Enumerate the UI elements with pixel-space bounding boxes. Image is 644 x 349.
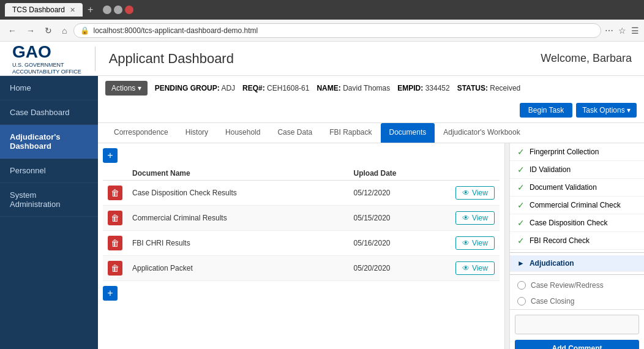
gao-logo: GAO U.S. GOVERNMENT ACCOUNTABILITY OFFIC… <box>12 42 81 75</box>
actions-button[interactable]: Actions ▾ <box>105 81 148 96</box>
add-document-button[interactable]: + <box>103 148 118 163</box>
table-row: 🗑 Case Disposition Check Results 05/12/2… <box>103 181 500 206</box>
view-doc-3-button[interactable]: 👁 View <box>455 236 495 250</box>
sidebar-item-system-admin[interactable]: System Administration <box>0 183 98 217</box>
logo-area: GAO U.S. GOVERNMENT ACCOUNTABILITY OFFIC… <box>12 42 234 75</box>
documents-table: Document Name Upload Date 🗑 Case Disposi… <box>103 167 500 281</box>
pending-group: PENDING GROUP: ADJ <box>155 84 235 92</box>
right-panel: ✓ Fingerprint Collection ✓ ID Validation… <box>509 143 644 349</box>
menu-icon[interactable]: ☰ <box>631 26 639 36</box>
tabs-bar: Correspondence History Household Case Da… <box>98 123 644 143</box>
back-button[interactable]: ← <box>5 24 20 37</box>
check-icon-fingerprint: ✓ <box>517 147 525 157</box>
sidebar-item-personnel[interactable]: Personnel <box>0 159 98 183</box>
sidebar-item-adjudicators-dashboard[interactable]: Adjudicator's Dashboard <box>0 125 98 159</box>
view-doc-4-button[interactable]: 👁 View <box>455 261 495 275</box>
delete-row-1-button[interactable]: 🗑 <box>108 186 122 200</box>
doc-name-3: FBI CHRI Results <box>127 231 348 256</box>
checklist-fingerprint: ✓ Fingerprint Collection <box>510 143 644 161</box>
add-document-bottom-button[interactable]: + <box>103 286 118 301</box>
tab-case-data[interactable]: Case Data <box>269 123 321 143</box>
minimize-button[interactable]: – <box>103 6 111 14</box>
checklist-id-validation: ✓ ID Validation <box>510 161 644 179</box>
logo-subtitle: U.S. GOVERNMENT ACCOUNTABILITY OFFICE <box>12 62 81 75</box>
table-area: + Document Name Upload Date 🗑 <box>98 143 644 349</box>
sidebar-item-home[interactable]: Home <box>0 76 98 100</box>
reload-button[interactable]: ↻ <box>42 24 55 37</box>
doc-name-4: Application Packet <box>127 256 348 281</box>
forward-button[interactable]: → <box>23 24 38 37</box>
table-row: 🗑 Commercial Criminal Results 05/15/2020… <box>103 206 500 231</box>
delete-row-2-button[interactable]: 🗑 <box>108 211 122 225</box>
checklist-case-disposition: ✓ Case Disposition Check <box>510 214 644 232</box>
main-layout: Home Case Dashboard Adjudicator's Dashbo… <box>0 76 644 349</box>
radio-circle-case-closing <box>517 297 526 306</box>
content-area: Actions ▾ PENDING GROUP: ADJ REQ#: CEH16… <box>98 76 644 349</box>
checklist-document-validation: ✓ Document Validation <box>510 179 644 197</box>
bookmark-icon[interactable]: ☆ <box>618 26 626 36</box>
view-doc-2-button[interactable]: 👁 View <box>455 211 495 225</box>
tab-label: TCS Dashboard <box>12 6 65 14</box>
url-text: localhost:8000/tcs-applicant-dashboard-d… <box>93 26 258 35</box>
checklist-divider-2 <box>510 274 644 275</box>
tab-documents[interactable]: Documents <box>381 123 435 143</box>
check-icon-commercial: ✓ <box>517 200 525 210</box>
check-icon-case-disposition: ✓ <box>517 218 525 228</box>
delete-row-3-button[interactable]: 🗑 <box>108 236 122 250</box>
row-delete-cell: 🗑 <box>103 206 127 231</box>
url-bar[interactable]: 🔒 localhost:8000/tcs-applicant-dashboard… <box>73 23 601 38</box>
col-actions-header <box>103 167 127 181</box>
doc-date-2: 05/15/2020 <box>348 206 451 231</box>
row-delete-cell: 🗑 <box>103 231 127 256</box>
app-header: GAO U.S. GOVERNMENT ACCOUNTABILITY OFFIC… <box>0 42 644 76</box>
new-tab-icon[interactable]: + <box>88 4 93 15</box>
arrow-icon-adjudication: ► <box>517 259 525 268</box>
doc-view-3: 👁 View <box>451 231 500 256</box>
req-number: REQ#: CEH1608-61 <box>242 84 309 92</box>
doc-name-2: Commercial Criminal Results <box>127 206 348 231</box>
checklist-adjudication-active[interactable]: ► Adjudication <box>510 255 644 272</box>
tab-adjudicators-workbook[interactable]: Adjudicator's Workbook <box>435 123 528 143</box>
tab-correspondence[interactable]: Correspondence <box>105 123 177 143</box>
comment-input[interactable] <box>515 315 639 334</box>
home-button[interactable]: ⌂ <box>59 24 70 37</box>
tab-household[interactable]: Household <box>217 123 269 143</box>
checklist-fbi-record: ✓ FBI Record Check <box>510 232 644 250</box>
scrollbar-track[interactable] <box>504 143 509 349</box>
browser-controls: ← → ↻ ⌂ 🔒 localhost:8000/tcs-applicant-d… <box>0 20 644 42</box>
add-comment-button[interactable]: Add Comment <box>515 340 639 349</box>
check-icon-fbi: ✓ <box>517 236 525 246</box>
close-button[interactable]: ✕ <box>125 6 133 14</box>
doc-view-1: 👁 View <box>451 181 500 206</box>
sidebar-item-case-dashboard[interactable]: Case Dashboard <box>0 100 98 125</box>
delete-row-4-button[interactable]: 🗑 <box>108 261 122 276</box>
tab-fbi-rapback[interactable]: FBI Rapback <box>321 123 380 143</box>
checklist-case-closing[interactable]: Case Closing <box>510 293 644 309</box>
eye-icon-3: 👁 <box>462 239 470 247</box>
view-doc-1-button[interactable]: 👁 View <box>455 186 495 200</box>
check-icon-document: ✓ <box>517 182 525 192</box>
doc-name-1: Case Disposition Check Results <box>127 181 348 206</box>
tab-close-icon[interactable]: ✕ <box>70 6 75 14</box>
table-row: 🗑 Application Packet 05/20/2020 👁 View <box>103 256 500 281</box>
doc-date-3: 05/16/2020 <box>348 231 451 256</box>
row-delete-cell: 🗑 <box>103 181 127 206</box>
task-options-button[interactable]: Task Options ▾ <box>576 103 637 118</box>
table-row: 🗑 FBI CHRI Results 05/16/2020 👁 View <box>103 231 500 256</box>
welcome-text: Welcome, Barbara <box>541 52 632 65</box>
documents-table-section: + Document Name Upload Date 🗑 <box>98 143 504 349</box>
eye-icon-4: 👁 <box>462 264 470 272</box>
logo-gao-text: GAO <box>12 42 81 62</box>
browser-tab[interactable]: TCS Dashboard ✕ <box>5 3 83 17</box>
checklist-case-review[interactable]: Case Review/Redress <box>510 277 644 293</box>
check-icon-id: ✓ <box>517 165 525 174</box>
col-upload-date-header: Upload Date <box>348 167 451 181</box>
tab-history[interactable]: History <box>177 123 217 143</box>
begin-task-button[interactable]: Begin Task <box>520 103 572 118</box>
sidebar: Home Case Dashboard Adjudicator's Dashbo… <box>0 76 98 349</box>
maximize-button[interactable]: □ <box>114 6 122 14</box>
doc-view-4: 👁 View <box>451 256 500 281</box>
lock-icon: 🔒 <box>80 26 89 35</box>
extensions-icon[interactable]: ⋯ <box>605 26 613 36</box>
browser-chrome: TCS Dashboard ✕ + – □ ✕ <box>0 0 644 20</box>
